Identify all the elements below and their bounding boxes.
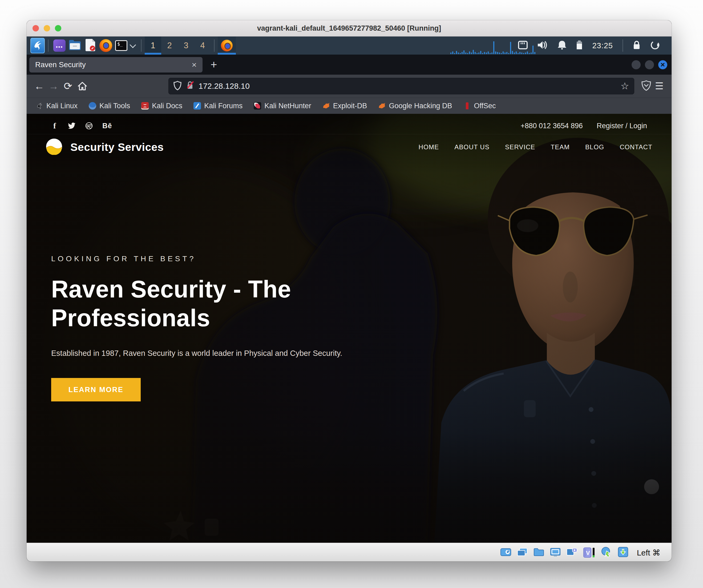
- bookmark-kali-linux[interactable]: Kali Linux: [36, 102, 78, 110]
- hero-title: Raven Security - The Professionals: [51, 275, 406, 333]
- dribbble-icon[interactable]: [85, 122, 93, 130]
- firefox-launcher[interactable]: [99, 38, 113, 53]
- app-grid-icon: •••: [53, 40, 66, 52]
- bookmark-exploit-db[interactable]: Exploit-DB: [322, 102, 367, 110]
- reload-button[interactable]: ⟳: [61, 79, 75, 93]
- firefox-tabbar: Raven Security × + ×: [27, 55, 672, 75]
- facebook-icon[interactable]: f: [51, 121, 58, 130]
- recording-icon[interactable]: [566, 546, 578, 559]
- bookmark-star-icon[interactable]: ☆: [620, 80, 629, 92]
- firefox-window-controls: ×: [632, 60, 667, 69]
- nav-team[interactable]: TEAM: [551, 143, 569, 151]
- twitter-icon[interactable]: [68, 122, 76, 129]
- tab-title: Raven Security: [35, 61, 191, 69]
- forward-button[interactable]: →: [47, 79, 61, 93]
- url-bar[interactable]: 172.28.128.10 ☆: [168, 78, 634, 94]
- google-hacking-db-icon: [378, 102, 386, 109]
- notifications-icon[interactable]: [557, 40, 566, 51]
- mouse-integration-icon[interactable]: [601, 546, 612, 559]
- social-links: f Bē: [51, 121, 112, 130]
- hero-section: LOOKING FOR THE BEST? Raven Security - T…: [51, 254, 406, 401]
- bookmarks-bar: Kali Linux Kali Tools Kali Docs Kali For…: [27, 97, 672, 114]
- hamburger-menu-icon[interactable]: ☰: [655, 80, 663, 92]
- display-icon[interactable]: [549, 546, 561, 559]
- hero-kicker: LOOKING FOR THE BEST?: [51, 254, 406, 263]
- workspace-2[interactable]: 2: [161, 36, 178, 55]
- nav-home[interactable]: HOME: [418, 143, 439, 151]
- battery-icon[interactable]: [576, 40, 582, 51]
- system-tray: 23:25: [518, 40, 668, 52]
- mac-zoom-button[interactable]: [55, 25, 61, 31]
- vm-log-icon[interactable]: V: [582, 547, 596, 559]
- bookmark-kali-nethunter[interactable]: Kali NetHunter: [254, 102, 311, 110]
- shared-folders-icon[interactable]: [533, 546, 545, 559]
- site-logo[interactable]: [46, 138, 62, 156]
- volume-icon[interactable]: [537, 41, 548, 51]
- text-editor-launcher[interactable]: [83, 38, 97, 53]
- back-button[interactable]: ←: [32, 79, 47, 93]
- taskbar-firefox-window[interactable]: [218, 36, 236, 55]
- url-text[interactable]: 172.28.128.10: [199, 82, 616, 91]
- workspace-1[interactable]: 1: [145, 36, 161, 55]
- bookmark-label: Kali Tools: [99, 102, 130, 110]
- app-grid-launcher[interactable]: •••: [52, 38, 67, 53]
- ff-close-button[interactable]: ×: [658, 60, 667, 69]
- site-topbar: f Bē +880 012 3654 896 Register / Login: [27, 118, 672, 134]
- mac-minimize-button[interactable]: [44, 25, 50, 31]
- panel-separator: [623, 40, 623, 52]
- offsec-icon: [463, 102, 471, 109]
- nav-service[interactable]: SERVICE: [505, 143, 535, 151]
- ff-maximize-button[interactable]: [645, 60, 654, 69]
- ff-minimize-button[interactable]: [632, 60, 641, 69]
- phone-number[interactable]: +880 012 3654 896: [521, 122, 582, 130]
- workspace-3[interactable]: 3: [178, 36, 194, 55]
- insecure-lock-icon[interactable]: [186, 80, 194, 92]
- site-content: f Bē +880 012 3654 896 Register / Login: [27, 114, 672, 543]
- learn-more-button[interactable]: LEARN MORE: [51, 378, 141, 401]
- file-manager-launcher[interactable]: [68, 38, 82, 53]
- panel-separator: [214, 40, 215, 52]
- nav-about-us[interactable]: ABOUT US: [454, 143, 489, 151]
- kali-menu-button[interactable]: [30, 38, 45, 53]
- behance-icon[interactable]: Bē: [102, 122, 112, 130]
- terminal-icon: $_: [115, 40, 128, 51]
- clock[interactable]: 23:25: [592, 41, 613, 50]
- main-nav: HOME ABOUT US SERVICE TEAM BLOG CONTACT: [418, 143, 652, 151]
- chevron-down-icon[interactable]: [130, 42, 136, 48]
- protections-shield-icon[interactable]: [641, 80, 651, 92]
- auto-resize-icon[interactable]: [617, 546, 629, 559]
- brand-name[interactable]: Security Services: [70, 141, 164, 154]
- bookmark-offsec[interactable]: OffSec: [463, 102, 496, 110]
- firefox-icon: [99, 39, 112, 52]
- bookmark-kali-tools[interactable]: Kali Tools: [89, 102, 130, 110]
- bookmark-label: Exploit-DB: [333, 102, 367, 110]
- register-login-link[interactable]: Register / Login: [597, 122, 647, 130]
- tracking-protection-shield-icon[interactable]: [173, 81, 181, 91]
- browser-tab[interactable]: Raven Security ×: [29, 57, 203, 73]
- network-adapters-icon[interactable]: [517, 546, 528, 559]
- hdd-icon[interactable]: [500, 546, 512, 559]
- kali-dragon-icon: [33, 40, 42, 52]
- bookmark-kali-docs[interactable]: Kali Docs: [141, 102, 182, 110]
- home-button[interactable]: [75, 79, 89, 93]
- logout-icon[interactable]: [650, 40, 660, 51]
- file-manager-icon: [69, 40, 81, 52]
- mac-close-button[interactable]: [32, 25, 39, 31]
- vm-window: vagrant-kali_default_1649657277982_50460…: [27, 20, 672, 561]
- firefox-toolbar: ← → ⟳ 172.28.128.10 ☆ ☰: [27, 75, 672, 97]
- bookmark-google-hacking-db[interactable]: Google Hacking DB: [378, 102, 452, 110]
- vbox-status-bar: V Left ⌘: [27, 543, 672, 561]
- tab-close-icon[interactable]: ×: [191, 61, 197, 69]
- panel-separator: [48, 40, 49, 52]
- workspace-4[interactable]: 4: [194, 36, 211, 55]
- terminal-launcher[interactable]: $_: [114, 38, 129, 53]
- bookmark-label: Kali Forums: [204, 102, 242, 110]
- nav-contact[interactable]: CONTACT: [620, 143, 652, 151]
- new-tab-button[interactable]: +: [211, 59, 217, 70]
- vm-window-title: vagrant-kali_default_1649657277982_50460…: [80, 24, 618, 32]
- bookmark-kali-forums[interactable]: Kali Forums: [193, 102, 242, 110]
- vm-titlebar: vagrant-kali_default_1649657277982_50460…: [27, 20, 672, 36]
- lock-icon[interactable]: [633, 40, 641, 51]
- firefox-icon: [221, 40, 233, 52]
- nav-blog[interactable]: BLOG: [585, 143, 604, 151]
